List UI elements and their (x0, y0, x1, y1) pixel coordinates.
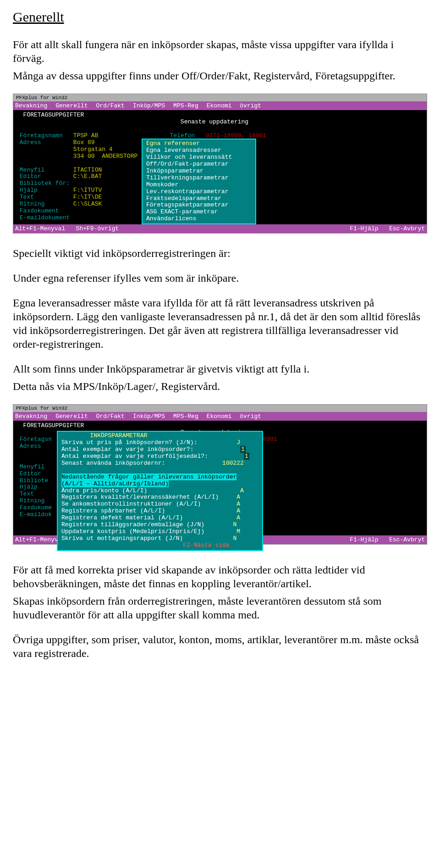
menu-item[interactable]: Ord/Fakt (96, 413, 124, 420)
paragraph: Allt som finns under Inköpsparametrar är… (13, 362, 427, 376)
param-row: Uppdatera kostpris (Medelpris/Inpris/Ej) (61, 528, 204, 535)
menu-item[interactable]: Bevakning (15, 102, 47, 109)
status-left: Alt+F1-Menyval Sh+F9-övrigt (15, 225, 119, 232)
param-row: Senast använda inköpsordernr: (61, 460, 165, 467)
paragraph: Detta nås via MPS/Inköp/Lager/, Register… (13, 379, 427, 393)
value: F:\ITUTV (73, 187, 102, 194)
menu-item[interactable]: MPS-Reg (173, 413, 198, 420)
value: C:\E.BAT (73, 173, 102, 180)
screen-title: FÖRETAGSUPPGIFTER (23, 111, 84, 118)
menu-item[interactable]: Ord/Fakt (96, 102, 124, 109)
parameters-popup: INKÖPSPARAMETRAR Skriva ut pris på inköp… (57, 431, 263, 551)
param-value[interactable]: N (233, 521, 236, 528)
label: E-maildokument (20, 214, 70, 221)
label: Ritning (20, 497, 45, 504)
value: ITACTION (73, 167, 102, 173)
popup-item[interactable]: Off/Ord/Fakt-parametrar (146, 161, 228, 167)
label: Ritning (20, 200, 45, 207)
right-header: Senaste uppdatering (181, 118, 248, 125)
label: Text (20, 194, 34, 200)
value: C:\SLASK (73, 200, 102, 207)
param-value[interactable]: A (236, 507, 240, 514)
popup-hint: F2-Nästa sida (183, 542, 229, 549)
param-row: Registrera tilläggsrader/emballage (J/N) (61, 521, 204, 528)
param-row: Antal exemplar av varje inköpsorder?: (61, 446, 194, 453)
label: Adress (20, 443, 41, 450)
value: 0371-18900, 18901 (206, 132, 267, 139)
popup-item[interactable]: Villkor och leveranssätt (146, 154, 232, 161)
window-titlebar: PFXplus for Win32 (13, 94, 427, 101)
paragraph: Egna leveransadresser måste vara ifyllda… (13, 296, 427, 351)
popup-item[interactable]: ASG EXACT-parametrar (146, 208, 218, 215)
popup-item[interactable]: Lev.reskontraparametrar (146, 188, 228, 195)
param-row: Registrera kvalitet/leveranssäkerhet (A/… (61, 494, 219, 501)
menu-item[interactable]: övrigt (240, 413, 261, 420)
param-row: Se ankomstkontrollinstruktioner (A/L/I) (61, 501, 201, 507)
menubar: Bevakning Generellt Ord/Fakt Inköp/MPS M… (13, 412, 427, 421)
label: Hjälp (20, 187, 38, 194)
popup-item[interactable]: Egna leveransadresser (146, 147, 221, 154)
param-value[interactable]: 1 (240, 446, 246, 453)
label: Telefon (170, 132, 195, 139)
popup-title: Egna referenser (146, 140, 200, 147)
menu-item[interactable]: Ekonomi (207, 413, 232, 420)
paragraph: Skapas inköpsordern från orderregistreri… (13, 594, 427, 622)
param-value[interactable]: A (236, 501, 240, 507)
label: Bibliotek för: (20, 180, 70, 187)
param-value[interactable]: A (236, 514, 240, 521)
label: Editor (20, 173, 41, 180)
paragraph: För att få med korrekta priser vid skapa… (13, 563, 427, 590)
param-row: Skriva ut pris på inköpsordern? (J/N): (61, 439, 197, 446)
popup-item[interactable]: Fraktsedelsparametrar (146, 195, 221, 202)
popup-item[interactable]: Inköpsparametrar (146, 167, 204, 174)
page-heading: Generellt (13, 9, 427, 25)
label: Adress (20, 139, 41, 146)
value: 334 00 ANDERSTORP (73, 153, 138, 160)
paragraph: Många av dessa uppgifter finns under Off… (13, 69, 427, 83)
paragraph: Speciellt viktigt vid inköpsorderregistr… (13, 246, 427, 260)
menu-item[interactable]: övrigt (240, 102, 261, 109)
param-value[interactable]: A (236, 494, 240, 501)
value: Box 89 (73, 139, 95, 146)
status-right: F1-Hjälp Esc-Avbryt (350, 536, 425, 543)
param-value[interactable]: 100222 (222, 460, 244, 467)
menu-item[interactable]: MPS-Reg (173, 102, 198, 109)
label: Text (20, 490, 34, 497)
param-row: Antal exemplar av varje returföljesedel?… (61, 453, 208, 460)
param-value[interactable]: 1 (244, 453, 249, 460)
label: E-maildok (20, 511, 52, 518)
terminal-body: FÖRETAGSUPPGIFTER Senaste uppdatering Fö… (13, 421, 427, 535)
menu-item[interactable]: Generellt (55, 413, 88, 420)
param-row: Ändra pris/konto (A/L/I) (61, 487, 147, 494)
param-value[interactable]: M (236, 528, 240, 535)
terminal-screenshot-2: PFXplus for Win32 Bevakning Generellt Or… (13, 404, 427, 545)
menu-item[interactable]: Ekonomi (207, 102, 232, 109)
menu-item[interactable]: Inköp/MPS (133, 102, 165, 109)
window-titlebar: PFXplus for Win32 (13, 404, 427, 412)
popup-title: INKÖPSPARAMETRAR (90, 432, 147, 439)
menu-item[interactable]: Bevakning (15, 413, 47, 420)
menu-item[interactable]: Inköp/MPS (133, 413, 165, 420)
statusbar: Alt+F1-Menyval Sh+F9-övrigt F1-Hjälp Esc… (13, 224, 427, 234)
param-row: Registrera defekt material (A/L/I) (61, 514, 183, 521)
param-value[interactable]: J (236, 439, 240, 446)
paragraph: Övriga uppgifter, som priser, valutor, k… (13, 633, 427, 660)
label: Editor (20, 470, 41, 477)
label: Företagsnamn (20, 132, 63, 139)
label: Bibliote (20, 477, 48, 484)
status-right: F1-Hjälp Esc-Avbryt (350, 225, 425, 232)
popup-item[interactable]: Företagspaketparametrar (146, 201, 228, 208)
param-note: (A/L/I – Alltid/aLdrig/Ibland) (61, 480, 169, 487)
value: F:\IT\DE (73, 194, 102, 200)
param-value[interactable]: N (233, 535, 236, 542)
label: Menyfil (20, 167, 45, 173)
popup-item[interactable]: Användarlicens (146, 215, 196, 222)
param-row: Registrera spårbarhet (A/L/I) (61, 507, 165, 514)
param-value[interactable]: A (240, 487, 244, 494)
menu-item[interactable]: Generellt (55, 102, 88, 109)
param-row: Skriva ut mottagningsrapport (J/N) (61, 535, 183, 542)
popup-item[interactable]: Momskoder (146, 181, 178, 188)
screen-title: FÖRETAGSUPPGIFTER (23, 422, 84, 429)
label: Menyfil (20, 463, 45, 470)
popup-item[interactable]: Tillverkningsparametrar (146, 174, 228, 181)
